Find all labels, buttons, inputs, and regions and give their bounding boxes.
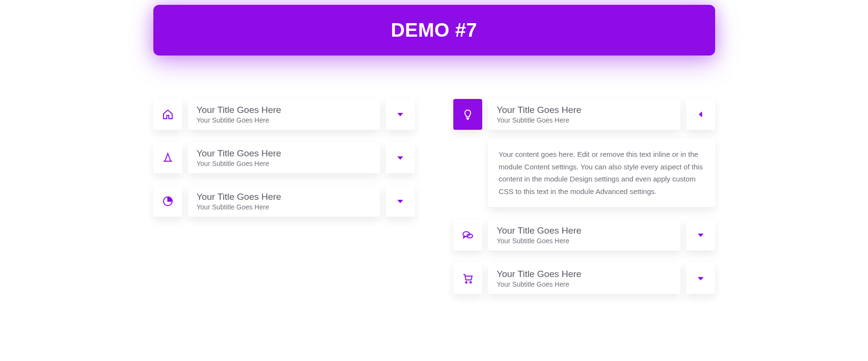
accordion-toggle[interactable]	[386, 99, 415, 130]
caret-left-icon	[699, 111, 702, 117]
cone-icon	[162, 152, 174, 164]
home-icon-box	[153, 99, 182, 130]
home-icon	[162, 109, 174, 120]
caret-down-icon	[397, 113, 403, 116]
chart-icon-box	[153, 186, 182, 217]
accordion-item: Your Title Goes Here Your Subtitle Goes …	[453, 263, 715, 294]
accordion-item: Your Title Goes Here Your Subtitle Goes …	[453, 220, 715, 250]
pie-chart-icon	[162, 195, 174, 207]
accordion-item: Your Title Goes Here Your Subtitle Goes …	[153, 142, 415, 173]
chat-icon-box	[453, 220, 482, 250]
caret-down-icon	[698, 234, 704, 237]
accordion-header[interactable]: Your Title Goes Here Your Subtitle Goes …	[488, 99, 680, 130]
accordion-subtitle: Your Subtitle Goes Here	[497, 116, 672, 124]
demo-banner: DEMO #7	[153, 5, 715, 56]
accordion-header[interactable]: Your Title Goes Here Your Subtitle Goes …	[188, 186, 380, 217]
accordion-title: Your Title Goes Here	[497, 225, 672, 236]
lightbulb-icon	[462, 109, 474, 120]
accordion-content: Your content goes here. Edit or remove t…	[488, 139, 715, 207]
accordion-toggle[interactable]	[386, 142, 415, 173]
accordion-header[interactable]: Your Title Goes Here Your Subtitle Goes …	[188, 142, 380, 173]
demo-banner-title: DEMO #7	[163, 19, 705, 41]
accordion-toggle[interactable]	[686, 220, 715, 250]
accordion-header[interactable]: Your Title Goes Here Your Subtitle Goes …	[188, 99, 380, 130]
accordion-title: Your Title Goes Here	[197, 148, 372, 159]
accordion-subtitle: Your Subtitle Goes Here	[497, 280, 672, 288]
caret-down-icon	[397, 156, 403, 160]
accordion-item-open: Your Title Goes Here Your Subtitle Goes …	[453, 99, 715, 207]
caret-down-icon	[397, 200, 403, 203]
accordion-header[interactable]: Your Title Goes Here Your Subtitle Goes …	[488, 220, 680, 250]
accordion-columns: Your Title Goes Here Your Subtitle Goes …	[153, 99, 715, 294]
accordion-subtitle: Your Subtitle Goes Here	[497, 237, 672, 245]
accordion-subtitle: Your Subtitle Goes Here	[197, 203, 372, 211]
cone-icon-box	[153, 142, 182, 173]
svg-point-3	[466, 282, 467, 283]
accordion-item: Your Title Goes Here Your Subtitle Goes …	[153, 99, 415, 130]
bulb-icon-box	[453, 99, 482, 130]
accordion-subtitle: Your Subtitle Goes Here	[197, 160, 372, 167]
right-column: Your Title Goes Here Your Subtitle Goes …	[453, 99, 715, 294]
accordion-item: Your Title Goes Here Your Subtitle Goes …	[153, 186, 415, 217]
accordion-title: Your Title Goes Here	[197, 192, 372, 202]
caret-down-icon	[698, 277, 704, 280]
accordion-subtitle: Your Subtitle Goes Here	[197, 116, 372, 124]
svg-point-4	[470, 282, 472, 283]
accordion-title: Your Title Goes Here	[497, 269, 672, 279]
accordion-toggle[interactable]	[686, 99, 715, 130]
left-column: Your Title Goes Here Your Subtitle Goes …	[153, 99, 415, 294]
accordion-title: Your Title Goes Here	[197, 105, 372, 115]
cart-icon	[462, 273, 474, 284]
accordion-header[interactable]: Your Title Goes Here Your Subtitle Goes …	[488, 263, 680, 294]
accordion-toggle[interactable]	[686, 263, 715, 294]
accordion-toggle[interactable]	[386, 186, 415, 217]
chat-icon	[462, 229, 474, 241]
cart-icon-box	[453, 263, 482, 294]
accordion-title: Your Title Goes Here	[497, 105, 672, 115]
